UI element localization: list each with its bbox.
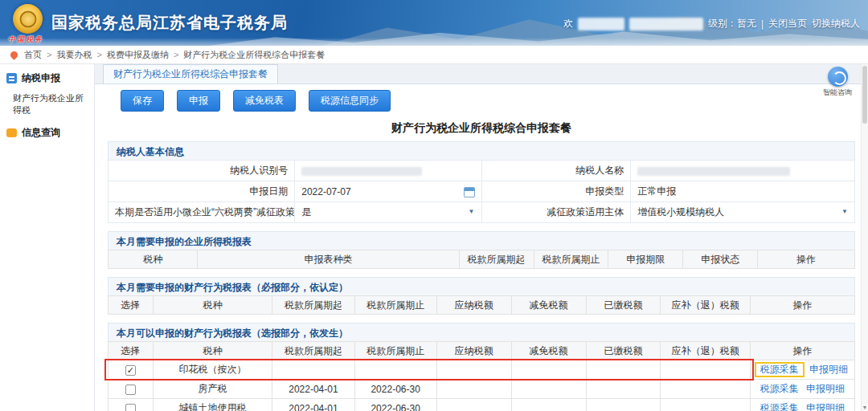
breadcrumb-separator: > bbox=[47, 50, 51, 59]
col-select: 选择 bbox=[108, 342, 154, 360]
col-form-category: 申报表种类 bbox=[198, 250, 459, 269]
tax-paid-cell bbox=[586, 360, 661, 380]
col-tax-type: 税种 bbox=[153, 296, 272, 315]
tax-source-collect-link[interactable]: 税源采集 bbox=[760, 402, 799, 411]
sidebar-subitem-property-behavior-tax[interactable]: 财产行为税企业所得税 bbox=[0, 90, 94, 121]
col-period-end: 税款所属期止 bbox=[534, 250, 608, 269]
declaration-detail-link[interactable]: 申报明细 bbox=[806, 383, 845, 394]
declare-date-field[interactable]: 2022-07-07 bbox=[295, 181, 481, 202]
operation-cell: 税源采集 申报明细 bbox=[750, 360, 854, 380]
col-tax-paid: 已缴税额 bbox=[586, 296, 661, 315]
reduction-policy-select[interactable]: 是 ▼ bbox=[295, 202, 481, 223]
breadcrumb-current-page: 财产行为税企业所得税综合申报套餐 bbox=[183, 49, 325, 61]
smart-consult-label: 智能咨询 bbox=[820, 87, 855, 98]
income-tax-section: 本月需要申报的企业所得税报表 税种 申报表种类 税款所属期起 税款所属期止 申报… bbox=[108, 231, 855, 269]
tax-paid-cell bbox=[586, 380, 661, 399]
table-row-stamp-tax: ✓ 印花税（按次） 税源采集 申报明细 bbox=[108, 360, 855, 380]
row-checkbox[interactable]: ✓ bbox=[125, 365, 136, 376]
optional-property-tax-section: 本月可以申报的财产行为税报表（选报部分，依发生） 选择 税种 税款所属期起 税款… bbox=[108, 323, 855, 411]
table-row-urban-land-use-tax: 城镇土地使用税 2022-04-01 2022-06-30 税源采集 申报明细 bbox=[108, 399, 855, 411]
calendar-icon[interactable] bbox=[464, 187, 475, 197]
col-tax-reduction: 减免税额 bbox=[511, 342, 586, 360]
col-tax-type: 税种 bbox=[153, 342, 272, 360]
smart-consult-icon bbox=[828, 67, 848, 87]
col-operation: 操作 bbox=[758, 250, 855, 269]
col-status: 申报状态 bbox=[683, 250, 758, 269]
scroll-down-arrow-icon[interactable]: ▼ bbox=[862, 405, 868, 410]
tax-payable-cell bbox=[436, 399, 511, 411]
save-button[interactable]: 保存 bbox=[121, 90, 164, 112]
col-operation: 操作 bbox=[750, 296, 854, 315]
optional-property-tax-table: 选择 税种 税款所属期起 税款所属期止 应纳税额 减免税额 已缴税额 应补（退）… bbox=[108, 341, 855, 411]
col-period-end: 税款所属期止 bbox=[354, 296, 436, 315]
sidebar-item-info-query[interactable]: 信息查询 bbox=[0, 121, 94, 144]
yellow-highlight-annotation: 税源采集 bbox=[755, 362, 805, 377]
declaration-detail-link[interactable]: 申报明细 bbox=[806, 402, 845, 411]
tax-due-refund-cell bbox=[661, 399, 750, 411]
taxpayer-name-field bbox=[631, 161, 855, 181]
top-header: 中国税务 国家税务总局江苏省电子税务局 欢 级别：暂无 | 关闭当页 切换纳税人 bbox=[0, 0, 868, 46]
breadcrumb-separator: > bbox=[96, 50, 101, 59]
required-property-tax-section: 本月需要申报的财产行为税报表（必报部分，依认定） 选择 税种 税款所属期起 税款… bbox=[108, 277, 855, 315]
reduction-table-button[interactable]: 减免税表 bbox=[233, 90, 296, 112]
policy-subject-select[interactable]: 增值税小规模纳税人 ▼ bbox=[631, 202, 855, 223]
sync-tax-source-button[interactable]: 税源信息同步 bbox=[309, 90, 391, 112]
col-select: 选择 bbox=[108, 296, 154, 315]
operation-cell: 税源采集 申报明细 bbox=[750, 399, 854, 411]
taxpayer-name-label: 纳税人名称 bbox=[481, 161, 631, 181]
breadcrumb-home[interactable]: 首页 bbox=[24, 49, 42, 61]
declaration-detail-link[interactable]: 申报明细 bbox=[809, 364, 848, 375]
vertical-scrollbar[interactable]: ▼ bbox=[861, 64, 868, 411]
header-mist-decoration bbox=[0, 38, 868, 46]
declare-button[interactable]: 申报 bbox=[177, 90, 220, 112]
sidebar-item-tax-declaration[interactable]: 纳税申报 bbox=[0, 67, 94, 90]
tax-source-collect-link[interactable]: 税源采集 bbox=[760, 383, 799, 394]
col-period-start: 税款所属期起 bbox=[272, 342, 354, 360]
scrollbar-thumb[interactable] bbox=[862, 66, 867, 124]
optional-table-wrapper: 选择 税种 税款所属期起 税款所属期止 应纳税额 减免税额 已缴税额 应补（退）… bbox=[108, 341, 855, 411]
chat-bubble-icon bbox=[6, 128, 17, 137]
tax-type-cell: 房产税 bbox=[153, 380, 272, 399]
main-content: 财产行为税企业所得税综合申报套餐 智能咨询 保存 申报 减免税表 税源信息同步 … bbox=[95, 64, 868, 411]
tax-payable-cell bbox=[436, 360, 511, 380]
row-checkbox[interactable] bbox=[125, 404, 136, 411]
col-operation: 操作 bbox=[750, 342, 854, 360]
period-end-cell: 2022-06-30 bbox=[354, 380, 436, 399]
policy-subject-value: 增值税小规模纳税人 bbox=[637, 206, 724, 218]
breadcrumb-separator: > bbox=[174, 50, 178, 59]
declare-type-label: 申报类型 bbox=[481, 181, 631, 202]
period-start-cell: 2022-04-01 bbox=[272, 380, 354, 399]
taxpayer-id-field bbox=[295, 161, 481, 181]
national-emblem-inner bbox=[19, 10, 36, 27]
tab-strip: 财产行为税企业所得税综合申报套餐 bbox=[95, 64, 868, 84]
redacted-username bbox=[578, 18, 624, 31]
tax-reduction-cell bbox=[511, 360, 586, 380]
chevron-down-icon[interactable]: ▼ bbox=[469, 206, 475, 218]
content-area: 纳税人基本信息 纳税人识别号 纳税人名称 申报日期 bbox=[95, 141, 868, 411]
tab-comprehensive-declaration[interactable]: 财产行为税企业所得税综合申报套餐 bbox=[103, 64, 278, 83]
breadcrumb-declaration-payment[interactable]: 税费申报及缴纳 bbox=[107, 49, 169, 61]
required-property-tax-table: 选择 税种 税款所属期起 税款所属期止 应纳税额 减免税额 已缴税额 应补（退）… bbox=[108, 295, 855, 315]
taxpayer-id-label: 纳税人识别号 bbox=[108, 161, 295, 181]
location-pin-icon bbox=[9, 50, 19, 60]
chevron-down-icon[interactable]: ▼ bbox=[841, 206, 848, 218]
basic-info-section: 纳税人基本信息 纳税人识别号 纳税人名称 申报日期 bbox=[108, 141, 855, 223]
col-tax-reduction: 减免税额 bbox=[511, 296, 586, 315]
national-emblem-logo bbox=[13, 4, 43, 34]
redacted-taxpayer-id bbox=[301, 167, 422, 176]
col-deadline: 申报期限 bbox=[608, 250, 683, 269]
switch-taxpayer-link[interactable]: 切换纳税人 bbox=[812, 17, 860, 31]
page-title: 财产行为税企业所得税综合申报套餐 bbox=[95, 121, 868, 136]
welcome-text: 欢 bbox=[563, 17, 573, 31]
table-row-property-tax: 房产税 2022-04-01 2022-06-30 税源采集 申报明细 bbox=[108, 380, 855, 399]
breadcrumb-tax-services[interactable]: 我要办税 bbox=[56, 49, 92, 61]
basic-info-title: 纳税人基本信息 bbox=[108, 141, 855, 160]
tax-source-collect-link[interactable]: 税源采集 bbox=[760, 364, 799, 375]
close-page-link[interactable]: 关闭当页 bbox=[768, 17, 807, 31]
smart-consult-widget[interactable]: 智能咨询 bbox=[820, 67, 855, 98]
row-checkbox[interactable] bbox=[125, 385, 136, 395]
sidebar-item-label: 信息查询 bbox=[22, 126, 60, 140]
breadcrumb: 首页 > 我要办税 > 税费申报及缴纳 > 财产行为税企业所得税综合申报套餐 bbox=[0, 46, 868, 64]
col-tax-payable: 应纳税额 bbox=[436, 296, 511, 315]
sidebar-item-label: 纳税申报 bbox=[22, 71, 60, 85]
